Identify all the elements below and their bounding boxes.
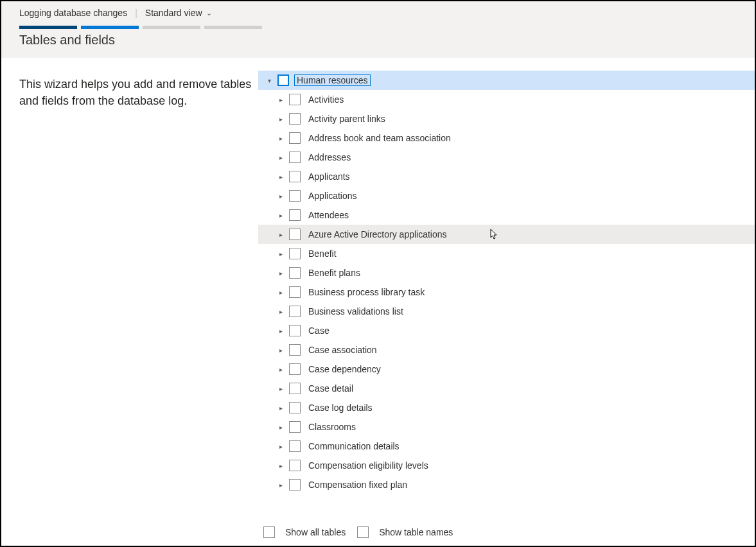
tree-row[interactable]: Azure Active Directory applications — [258, 225, 755, 244]
tree-checkbox[interactable] — [289, 306, 301, 317]
tree-row[interactable]: Case dependency — [258, 360, 755, 379]
tree-checkbox[interactable] — [289, 325, 301, 336]
tree-label[interactable]: Human resources — [294, 74, 371, 86]
tree-checkbox[interactable] — [277, 74, 289, 86]
tree-checkbox[interactable] — [289, 383, 301, 394]
expand-icon[interactable] — [276, 191, 285, 200]
expand-icon[interactable] — [276, 422, 285, 431]
tables-tree[interactable]: Human resourcesActivitiesActivity parent… — [258, 71, 755, 520]
tree-checkbox[interactable] — [289, 113, 301, 125]
tree-row[interactable]: Business validations list — [258, 302, 755, 321]
tree-checkbox[interactable] — [289, 152, 301, 163]
tree-checkbox[interactable] — [289, 460, 301, 471]
tree-checkbox[interactable] — [289, 132, 301, 144]
tree-label[interactable]: Address book and team association — [306, 132, 453, 144]
tree-checkbox[interactable] — [289, 190, 301, 202]
show-table-names-label: Show table names — [379, 527, 453, 537]
expand-icon[interactable] — [276, 384, 285, 393]
tree-label[interactable]: Applicants — [306, 171, 353, 182]
expand-icon[interactable] — [276, 442, 285, 451]
expand-icon[interactable] — [276, 249, 285, 258]
tree-label[interactable]: Activities — [306, 94, 346, 105]
tree-row[interactable]: Address book and team association — [258, 128, 755, 148]
expand-icon[interactable] — [276, 153, 285, 162]
tree-row[interactable]: Case — [258, 321, 755, 340]
footer-options: Show all tables Show table names — [258, 520, 755, 546]
tree-row[interactable]: Case detail — [258, 379, 755, 398]
expand-icon[interactable] — [276, 403, 285, 412]
tree-label[interactable]: Case detail — [306, 383, 356, 394]
expand-icon[interactable] — [276, 345, 285, 354]
tree-label[interactable]: Case — [306, 325, 332, 336]
tree-label[interactable]: Benefit plans — [306, 267, 363, 279]
tree-checkbox[interactable] — [289, 402, 301, 413]
tree-row[interactable]: Business process library task — [258, 282, 755, 302]
tree-label[interactable]: Case log details — [306, 402, 375, 413]
tree-row[interactable]: Communication details — [258, 437, 755, 456]
tree-checkbox[interactable] — [289, 229, 301, 240]
tree-label[interactable]: Case association — [306, 344, 380, 356]
tree-row[interactable]: Applications — [258, 186, 755, 205]
tree-label[interactable]: Business validations list — [306, 306, 406, 317]
wizard-intro-text: This wizard helps you add and remove tab… — [19, 76, 252, 109]
tree-row[interactable]: Activity parent links — [258, 109, 755, 128]
tree-label[interactable]: Case dependency — [306, 363, 383, 375]
tree-checkbox[interactable] — [289, 209, 301, 221]
show-all-tables-option[interactable]: Show all tables — [263, 526, 346, 538]
expand-icon[interactable] — [276, 461, 285, 470]
tree-checkbox[interactable] — [289, 267, 301, 279]
tree-label[interactable]: Compensation fixed plan — [306, 479, 410, 491]
tree-checkbox[interactable] — [289, 421, 301, 433]
tree-label[interactable]: Applications — [306, 190, 360, 202]
tree-checkbox[interactable] — [289, 248, 301, 259]
tree-checkbox[interactable] — [289, 94, 301, 105]
tree-checkbox[interactable] — [289, 363, 301, 375]
expand-icon[interactable] — [276, 288, 285, 297]
expand-icon[interactable] — [276, 326, 285, 335]
tree-label[interactable]: Attendees — [306, 209, 351, 221]
tree-label[interactable]: Addresses — [306, 152, 353, 163]
tree-label[interactable]: Classrooms — [306, 421, 358, 433]
tree-row[interactable]: Benefit plans — [258, 263, 755, 282]
expand-icon[interactable] — [276, 95, 285, 104]
view-label: Standard view — [145, 8, 202, 18]
tree-row[interactable]: Compensation eligibility levels — [258, 456, 755, 475]
tree-row[interactable]: Human resources — [258, 71, 755, 90]
tree-row[interactable]: Benefit — [258, 244, 755, 263]
expand-icon[interactable] — [276, 114, 285, 123]
expand-icon[interactable] — [276, 211, 285, 220]
tree-checkbox[interactable] — [289, 171, 301, 182]
tree-row[interactable]: Applicants — [258, 167, 755, 186]
tree-label[interactable]: Communication details — [306, 440, 402, 452]
expand-icon[interactable] — [276, 230, 285, 239]
expand-icon[interactable] — [276, 307, 285, 316]
breadcrumb[interactable]: Logging database changes — [19, 8, 127, 18]
tree-row[interactable]: Case log details — [258, 398, 755, 417]
tree-row[interactable]: Addresses — [258, 148, 755, 167]
tree-checkbox[interactable] — [289, 286, 301, 298]
tree-row[interactable]: Compensation fixed plan — [258, 475, 755, 494]
tree-checkbox[interactable] — [289, 344, 301, 356]
tree-row[interactable]: Activities — [258, 90, 755, 109]
expand-icon[interactable] — [276, 268, 285, 277]
tree-label[interactable]: Business process library task — [306, 286, 427, 298]
tree-label[interactable]: Compensation eligibility levels — [306, 460, 431, 471]
show-table-names-option[interactable]: Show table names — [357, 526, 453, 538]
tree-label[interactable]: Azure Active Directory applications — [306, 229, 450, 240]
show-table-names-checkbox[interactable] — [357, 526, 369, 538]
tree-checkbox[interactable] — [289, 440, 301, 452]
tree-row[interactable]: Case association — [258, 340, 755, 360]
collapse-icon[interactable] — [265, 76, 274, 85]
view-selector[interactable]: Standard view ⌄ — [145, 8, 212, 18]
content-area: This wizard helps you add and remove tab… — [1, 58, 755, 546]
expand-icon[interactable] — [276, 172, 285, 181]
tree-row[interactable]: Classrooms — [258, 417, 755, 437]
tree-checkbox[interactable] — [289, 479, 301, 491]
expand-icon[interactable] — [276, 134, 285, 143]
show-all-tables-checkbox[interactable] — [263, 526, 275, 538]
tree-label[interactable]: Benefit — [306, 248, 339, 259]
tree-row[interactable]: Attendees — [258, 205, 755, 225]
expand-icon[interactable] — [276, 480, 285, 489]
tree-label[interactable]: Activity parent links — [306, 113, 388, 125]
expand-icon[interactable] — [276, 365, 285, 374]
